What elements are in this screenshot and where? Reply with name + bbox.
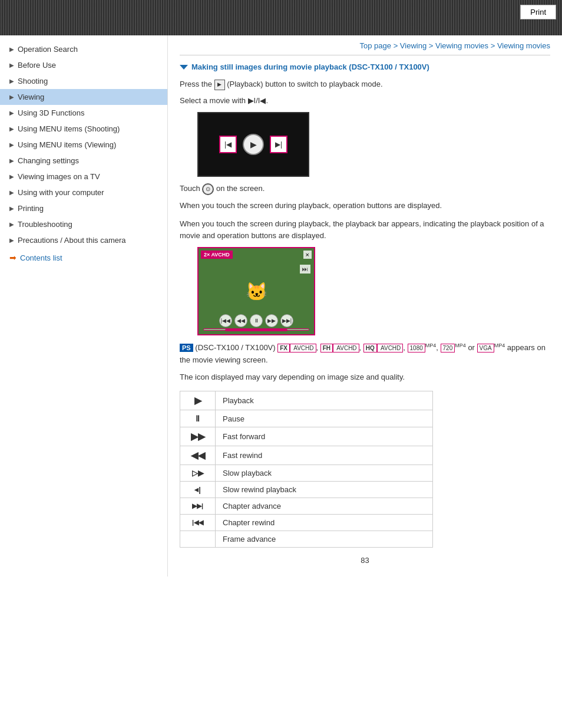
table-row: ▶ Playback — [180, 391, 433, 410]
sidebar-item-using-menu-shooting[interactable]: ▶ Using MENU items (Shooting) — [0, 121, 167, 137]
badge-1080: 1080 — [408, 344, 425, 353]
step2-text: Select a movie with ▶I/I◀. — [180, 95, 550, 107]
breadcrumb-viewing[interactable]: Viewing — [400, 41, 427, 50]
badge-mp4-1: MP4 — [425, 342, 437, 348]
table-icon-cell: Ⅱ — [180, 410, 216, 427]
sidebar-item-shooting[interactable]: ▶ Shooting — [0, 73, 167, 89]
step1-text: Press the ▶ (Playback) button to switch … — [180, 78, 550, 90]
main-container: ▶ Operation Search ▶ Before Use ▶ Shooti… — [0, 35, 562, 577]
table-row: Ⅱ Pause — [180, 410, 433, 427]
triangle-icon — [180, 65, 188, 70]
arrow-icon: ▶ — [9, 173, 14, 180]
sidebar-item-label: Troubleshooting — [18, 220, 72, 229]
playback-mode-icon: ▶ — [214, 80, 225, 90]
sidebar-item-using-computer[interactable]: ▶ Using with your computer — [0, 185, 167, 200]
control-row: |◀◀ ◀◀ ⏸ ▶▶ ▶▶| — [201, 314, 312, 327]
fwd-btn: ▶▶ — [265, 314, 278, 327]
table-row: ▶▶| Chapter advance — [180, 498, 433, 515]
breadcrumb-top[interactable]: Top page — [360, 41, 392, 50]
close-button[interactable]: × — [303, 251, 312, 259]
table-row: ◀◀ Fast rewind — [180, 446, 433, 465]
content-area: Top page > Viewing > Viewing movies > Vi… — [168, 35, 562, 577]
breadcrumb-viewing-movies[interactable]: Viewing movies — [435, 41, 488, 50]
sidebar-item-label: Shooting — [18, 77, 48, 85]
badge-info: PS (DSC-TX100 / TX100V) FX AVCHD, FH AVC… — [180, 341, 550, 367]
player-image: |◀ ▶ ▶| — [197, 112, 309, 177]
sidebar-item-label: Using MENU items (Viewing) — [18, 140, 116, 149]
arrow-icon: ▶ — [9, 141, 14, 148]
table-row: ◂| Slow rewind playback — [180, 482, 433, 498]
badge-mp4-3: MP4 — [494, 342, 505, 348]
rewind-start-btn: |◀◀ — [219, 314, 232, 327]
table-icon-cell — [180, 531, 216, 548]
operations-table: ▶ Playback Ⅱ Pause ▶▶ Fast forward ◀◀ Fa… — [180, 391, 433, 548]
badge-mp4-2: MP4 — [455, 342, 466, 348]
arrow-icon: ▶ — [9, 78, 14, 84]
header-bar: Print — [0, 0, 562, 35]
badge-avchd-1: AVCHD — [290, 344, 316, 353]
badge-2x-avchd: 2× AVCHD — [201, 251, 233, 259]
table-icon-cell: ▷▶ — [180, 465, 216, 482]
next-button: ▶| — [270, 136, 287, 153]
progress-bar — [225, 329, 288, 331]
breadcrumb: Top page > Viewing > Viewing movies > Vi… — [180, 41, 550, 55]
arrow-icon: ▶ — [9, 221, 14, 228]
table-label-cell: Slow rewind playback — [216, 482, 433, 498]
sidebar-item-precautions[interactable]: ▶ Precautions / About this camera — [0, 232, 167, 248]
fwd-end-btn: ▶▶| — [280, 314, 293, 327]
contents-list-link[interactable]: ➡ Contents list — [0, 248, 167, 267]
section-title: Making still images during movie playbac… — [180, 62, 550, 71]
landscape-player-image: 🐱 2× AVCHD × ⏭ |◀◀ ◀◀ ⏸ ▶▶ ▶▶| — [197, 247, 315, 335]
sidebar-item-label: Printing — [18, 204, 44, 213]
sidebar-item-label: Viewing — [18, 93, 44, 101]
table-icon-cell: |◀◀ — [180, 515, 216, 531]
sidebar-item-viewing[interactable]: ▶ Viewing — [0, 89, 167, 105]
badge-model-text: (DSC-TX100 / TX100V) — [195, 343, 277, 352]
touch-note: When you touch the screen during playbac… — [180, 200, 550, 212]
breadcrumb-current: Viewing movies — [497, 41, 550, 50]
sidebar-item-label: Using 3D Functions — [18, 108, 84, 117]
pause-btn: ⏸ — [250, 314, 263, 327]
overlay-controls: |◀◀ ◀◀ ⏸ ▶▶ ▶▶| — [199, 312, 314, 334]
section-title-text: Making still images during movie playbac… — [191, 62, 429, 71]
sidebar-item-using-3d[interactable]: ▶ Using 3D Functions — [0, 105, 167, 121]
touch-instruction: Touch ⊙ on the screen. — [180, 183, 550, 195]
table-row: |◀◀ Chapter rewind — [180, 515, 433, 531]
sidebar-item-operation-search[interactable]: ▶ Operation Search — [0, 41, 167, 57]
table-icon-cell: ▶ — [180, 391, 216, 410]
sidebar-item-printing[interactable]: ▶ Printing — [0, 200, 167, 216]
table-label-cell: Chapter advance — [216, 498, 433, 515]
prev-button: |◀ — [219, 136, 237, 153]
print-button[interactable]: Print — [520, 5, 556, 19]
sidebar-item-before-use[interactable]: ▶ Before Use — [0, 57, 167, 73]
badge-hq: HQ — [363, 344, 377, 353]
table-icon-cell: ◀◀ — [180, 446, 216, 465]
badge-vga: VGA — [477, 344, 494, 353]
arrow-right-icon: ➡ — [9, 253, 16, 262]
table-label-cell: Slow playback — [216, 465, 433, 482]
table-label-cell: Playback — [216, 391, 433, 410]
table-label-cell: Pause — [216, 410, 433, 427]
arrow-icon: ▶ — [9, 94, 14, 100]
badge-fh: FH — [320, 344, 333, 353]
arrow-icon: ▶ — [9, 46, 14, 52]
table-icon-cell: ◂| — [180, 482, 216, 498]
sidebar-item-label: Using MENU items (Shooting) — [18, 124, 120, 133]
arrow-icon: ▶ — [9, 126, 14, 132]
arrow-icon: ▶ — [9, 205, 14, 212]
sidebar: ▶ Operation Search ▶ Before Use ▶ Shooti… — [0, 35, 168, 577]
arrow-icon: ▶ — [9, 157, 14, 164]
table-label-cell: Fast forward — [216, 427, 433, 446]
sidebar-item-troubleshooting[interactable]: ▶ Troubleshooting — [0, 216, 167, 232]
sidebar-item-label: Changing settings — [18, 156, 79, 165]
table-label-cell: Frame advance — [216, 531, 433, 548]
sidebar-item-label: Viewing images on a TV — [18, 172, 100, 181]
sidebar-item-using-menu-viewing[interactable]: ▶ Using MENU items (Viewing) — [0, 137, 167, 153]
sidebar-item-viewing-tv[interactable]: ▶ Viewing images on a TV — [0, 169, 167, 185]
rewind-btn: ◀◀ — [234, 314, 247, 327]
badge-fx: FX — [277, 344, 290, 353]
sidebar-item-changing-settings[interactable]: ▶ Changing settings — [0, 153, 167, 169]
sidebar-item-label: Before Use — [18, 61, 56, 70]
page-number: 83 — [180, 556, 550, 565]
arrow-icon: ▶ — [9, 62, 14, 68]
